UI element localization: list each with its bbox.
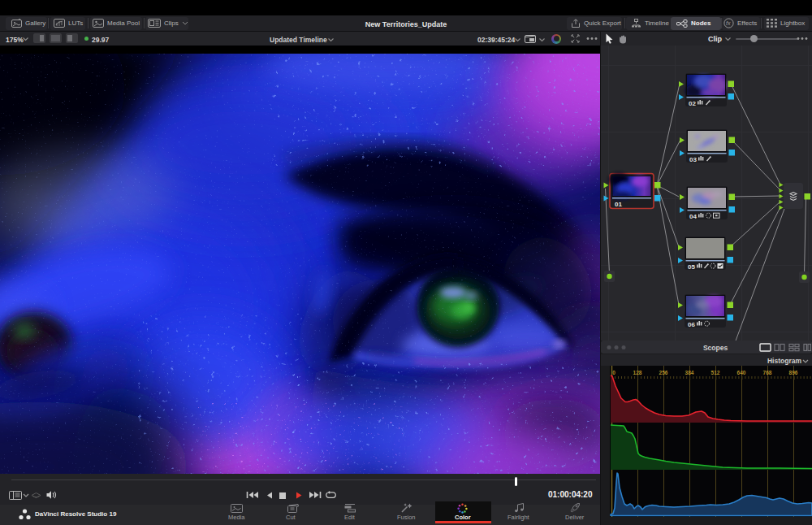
svg-text:Scopes: Scopes [703,344,728,352]
svg-text:768: 768 [763,370,772,375]
svg-text:02: 02 [689,100,696,107]
svg-text:04: 04 [689,213,697,220]
svg-text:01: 01 [615,201,622,208]
svg-text:640: 640 [737,370,746,375]
svg-text:05: 05 [688,263,695,271]
svg-text:0: 0 [612,370,615,375]
svg-text:384: 384 [685,370,694,375]
svg-text:512: 512 [711,370,720,375]
svg-text:256: 256 [659,370,668,375]
svg-text:128: 128 [633,370,642,375]
svg-text:03: 03 [689,156,697,163]
svg-text:06: 06 [688,321,695,328]
svg-text:Histogram: Histogram [767,357,801,365]
svg-text:fx: fx [726,20,731,26]
svg-text:896: 896 [789,370,798,375]
